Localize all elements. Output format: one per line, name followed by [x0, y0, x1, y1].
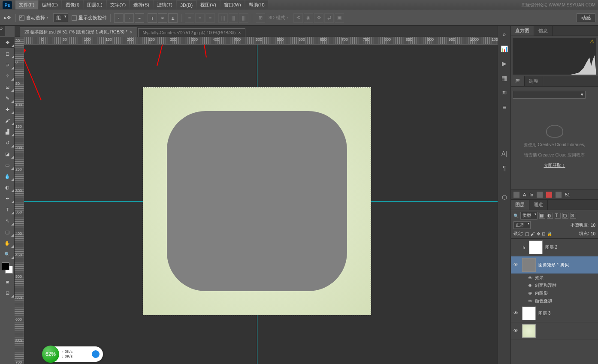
- hand-tool[interactable]: ✋: [0, 238, 15, 249]
- character-icon[interactable]: A|: [500, 149, 509, 158]
- screenmode-tool[interactable]: ⊡: [0, 287, 15, 298]
- close-tab-icon[interactable]: ×: [238, 30, 241, 35]
- lasso-tool[interactable]: ⊃: [0, 59, 15, 70]
- layer-name[interactable]: 图层 2: [545, 244, 557, 250]
- visibility-toggle[interactable]: [513, 244, 519, 250]
- menu-select[interactable]: 选择(S): [130, 0, 153, 9]
- fill-value[interactable]: 10: [591, 232, 595, 236]
- dodge-tool[interactable]: ◐: [0, 182, 15, 193]
- menu-help[interactable]: 帮助(H): [245, 0, 268, 9]
- align-vert-center-icon[interactable]: ⫧: [158, 13, 167, 23]
- path-select-tool[interactable]: ↖: [0, 215, 15, 226]
- align-horiz-center-icon[interactable]: ⫠: [124, 13, 134, 23]
- filter-pixel-icon[interactable]: ▦: [539, 213, 545, 219]
- expand-icon[interactable]: »: [500, 30, 509, 39]
- menu-filter[interactable]: 滤镜(T): [154, 0, 176, 9]
- move-tool[interactable]: ✥: [0, 37, 15, 48]
- visibility-toggle[interactable]: 👁: [513, 262, 519, 268]
- crop-tool[interactable]: ⊡: [0, 81, 15, 93]
- eyedropper-tool[interactable]: ✎: [0, 93, 15, 104]
- brush-tool[interactable]: 🖌: [0, 115, 15, 126]
- channels-tab[interactable]: 通道: [529, 200, 548, 210]
- marquee-tool[interactable]: ◻: [0, 48, 15, 59]
- 3d-icon[interactable]: ⬡: [500, 193, 509, 202]
- eraser-tool[interactable]: ◪: [0, 148, 15, 159]
- blend-mode-dropdown[interactable]: 正常: [513, 221, 531, 229]
- filter-smart-icon[interactable]: ⊡: [570, 213, 576, 219]
- mini-icon[interactable]: [556, 192, 562, 198]
- menu-window[interactable]: 窗口(W): [220, 0, 245, 9]
- workspace-button[interactable]: 动感: [577, 13, 595, 22]
- healing-tool[interactable]: ✚: [0, 104, 15, 115]
- layer-thumb[interactable]: [522, 258, 536, 272]
- align-top-icon[interactable]: ⫪: [148, 13, 157, 23]
- mini-icon[interactable]: [537, 192, 543, 198]
- document-tab-1[interactable]: 20 临摹图标.psd @ 51.7% (圆角矩形 1 拷贝, RGB/8) *…: [20, 27, 137, 37]
- library-tab[interactable]: 库: [511, 76, 525, 86]
- align-bottom-icon[interactable]: ⫫: [168, 13, 178, 23]
- layer-fx-item[interactable]: 👁斜面和浮雕: [511, 282, 598, 289]
- horizontal-ruler[interactable]: 2005010015020025030035040045050055060065…: [24, 37, 498, 45]
- get-now-link[interactable]: 立即获取！: [544, 162, 565, 168]
- auto-select-checkbox[interactable]: 自动选择：: [19, 15, 50, 21]
- menu-file[interactable]: 文件(F): [15, 0, 38, 9]
- show-transform-checkbox[interactable]: 显示变换控件: [72, 15, 107, 21]
- lock-transparency-icon[interactable]: ◫: [525, 232, 529, 236]
- histogram-warning-icon[interactable]: ⚠: [590, 39, 595, 45]
- gradient-tool[interactable]: ▭: [0, 159, 15, 171]
- history-brush-tool[interactable]: ↺: [0, 137, 15, 148]
- menu-layer[interactable]: 图层(L): [84, 0, 106, 9]
- mini-icon[interactable]: [513, 192, 519, 198]
- visibility-toggle[interactable]: 👁: [513, 310, 519, 316]
- layer-fx-item[interactable]: 👁颜色叠加: [511, 297, 598, 305]
- visibility-toggle[interactable]: 👁: [513, 328, 519, 334]
- layer-fx-header[interactable]: 👁 效果: [511, 274, 598, 282]
- library-dropdown[interactable]: [513, 91, 586, 99]
- layer-thumb[interactable]: [522, 324, 536, 338]
- menu-edit[interactable]: 编辑(E): [39, 0, 61, 9]
- menu-3d[interactable]: 3D(D): [177, 1, 196, 9]
- canvas-area[interactable]: [24, 45, 498, 364]
- network-speed-widget[interactable]: 62% ↑ 0K/s ↓ 0K/s: [43, 346, 103, 362]
- stamp-tool[interactable]: ▟: [0, 126, 15, 137]
- pen-tool[interactable]: ✒: [0, 193, 15, 204]
- menu-view[interactable]: 视图(V): [197, 0, 220, 9]
- browser-icon[interactable]: [92, 350, 100, 358]
- align-right-edges-icon[interactable]: ⫟: [135, 13, 144, 23]
- menu-image[interactable]: 图像(I): [62, 0, 83, 9]
- align-left-edges-icon[interactable]: ⫞: [114, 13, 124, 23]
- layer-thumb[interactable]: [529, 241, 543, 254]
- vertical-ruler[interactable]: 2005010015020025030035040045050055060065…: [15, 37, 24, 364]
- filter-adjust-icon[interactable]: ◐: [547, 213, 553, 219]
- auto-select-dropdown[interactable]: 组: [53, 13, 68, 22]
- close-tab-icon[interactable]: ×: [130, 30, 133, 35]
- zoom-tool[interactable]: 🔍: [0, 249, 15, 260]
- swatches-icon[interactable]: ▦: [500, 74, 509, 82]
- blur-tool[interactable]: 💧: [0, 171, 15, 182]
- layer-item[interactable]: ↳ 图层 2: [511, 239, 598, 256]
- mini-fx-icon[interactable]: fx: [529, 192, 533, 197]
- info-tab[interactable]: 信息: [534, 26, 553, 36]
- navigator-icon[interactable]: ▶: [500, 59, 509, 68]
- layer-item[interactable]: 👁 圆角矩形 1 拷贝: [511, 256, 598, 274]
- paragraph-icon[interactable]: ¶: [500, 164, 509, 172]
- color-swatches[interactable]: [1, 262, 14, 274]
- adjustments-icon[interactable]: ≡: [500, 103, 509, 111]
- layer-name[interactable]: 图层 3: [538, 310, 550, 316]
- lock-all-icon[interactable]: 🔒: [547, 232, 552, 236]
- opacity-value[interactable]: 10: [591, 223, 595, 228]
- lock-image-icon[interactable]: 🖌: [531, 232, 535, 236]
- lock-position-icon[interactable]: ✥: [537, 232, 540, 236]
- histogram-tab[interactable]: 直方图: [511, 26, 534, 36]
- quickmask-tool[interactable]: ◙: [0, 276, 15, 287]
- layer-item[interactable]: 👁: [511, 322, 598, 340]
- lock-artboard-icon[interactable]: ⊡: [542, 232, 545, 236]
- layer-thumb[interactable]: [522, 307, 536, 320]
- document-tab-2[interactable]: My-Tally-Counter-512x512.jpg @ 100%(RGB/…: [138, 28, 246, 37]
- magic-wand-tool[interactable]: ✧: [0, 70, 15, 81]
- filter-kind-dropdown[interactable]: 类型: [520, 212, 538, 220]
- fx-visibility[interactable]: 👁: [528, 276, 533, 280]
- filter-shape-icon[interactable]: ▢: [562, 213, 568, 219]
- adjustments-tab[interactable]: 调整: [525, 76, 543, 86]
- mini-51-icon[interactable]: 51: [565, 192, 570, 197]
